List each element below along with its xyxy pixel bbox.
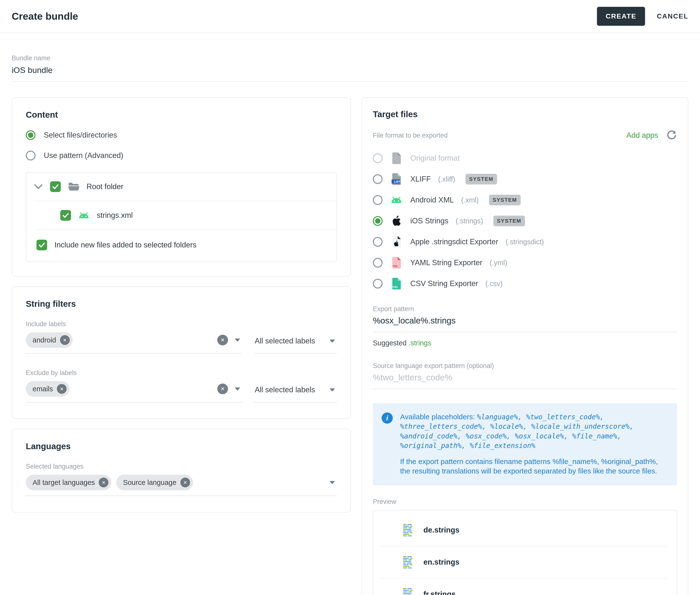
clear-field-icon[interactable]: ✕ (217, 384, 228, 394)
caret-down-icon[interactable] (330, 481, 335, 484)
file-tree: Root folder strings.xml Include new file… (26, 172, 337, 262)
selected-languages-field[interactable]: All target languages ✕ Source language ✕ (26, 475, 337, 496)
string-filters-card: String filters Include labels android ✕ … (12, 286, 351, 419)
content-title: Content (26, 110, 337, 120)
apple-icon (392, 216, 401, 226)
selected-languages-label: Selected languages (26, 463, 337, 470)
clear-field-icon[interactable]: ✕ (217, 335, 228, 345)
header: Create bundle CREATE CANCEL (0, 0, 700, 33)
suggested-pattern: Suggested .strings (373, 339, 677, 347)
exclude-match-select[interactable]: All selected labels (254, 381, 337, 402)
format-option-android-xml[interactable]: Android XML (.xml) SYSTEM (373, 190, 677, 210)
refresh-icon[interactable] (666, 130, 677, 141)
apple-stringsdict-file-icon (392, 236, 401, 248)
check-icon (52, 183, 59, 191)
remove-chip-icon[interactable]: ✕ (57, 384, 66, 394)
source-pattern-input[interactable] (373, 370, 677, 389)
strings-file-icon (403, 588, 414, 595)
radio-unselected-icon[interactable] (373, 279, 383, 288)
caret-down-icon (330, 340, 335, 343)
format-list: Original format XLIFF (.xliff) SYSTEM An… (373, 148, 677, 294)
strings-xml-checkbox[interactable] (60, 210, 71, 221)
format-option-xliff[interactable]: XLIFF (.xliff) SYSTEM (373, 169, 677, 190)
page-title: Create bundle (12, 11, 78, 22)
content-card: Content Select files/directories Use pat… (12, 97, 351, 277)
cancel-button[interactable]: CANCEL (657, 12, 688, 20)
include-labels-field[interactable]: android ✕ ✕ (26, 332, 242, 353)
exclude-labels-label: Exclude by labels (26, 369, 337, 377)
preview-file-row: fr.strings (373, 578, 677, 595)
chevron-down-icon[interactable] (34, 184, 43, 190)
folder-icon (68, 182, 79, 191)
language-chip-all-target: All target languages ✕ (26, 475, 111, 490)
include-labels-label: Include labels (26, 320, 337, 328)
preview-list: de.strings en.strings fr.strings (373, 510, 677, 595)
strings-xml-label: strings.xml (97, 211, 133, 220)
system-badge: SYSTEM (494, 216, 525, 226)
target-files-title: Target files (373, 109, 677, 119)
languages-title: Languages (26, 442, 337, 451)
caret-down-icon[interactable] (235, 339, 240, 342)
caret-down-icon[interactable] (235, 388, 240, 391)
radio-unselected-icon[interactable] (373, 237, 383, 247)
create-bundle-page: { "page": { "title": "Create bundle" }, … (0, 0, 700, 595)
check-icon (38, 241, 46, 249)
remove-chip-icon[interactable]: ✕ (180, 478, 190, 487)
bundle-name-input[interactable] (12, 62, 688, 82)
strings-file-icon (403, 556, 414, 569)
suggested-pattern-link[interactable]: .strings (409, 339, 431, 347)
exclude-labels-field[interactable]: emails ✕ ✕ (26, 381, 242, 402)
format-option-original[interactable]: Original format (373, 148, 677, 169)
android-icon (391, 197, 402, 203)
include-new-files-label: Include new files added to selected fold… (54, 240, 196, 249)
tree-row-root-folder[interactable]: Root folder (26, 173, 336, 201)
radio-unselected-icon[interactable] (26, 151, 35, 161)
android-file-icon (78, 212, 89, 219)
remove-chip-icon[interactable]: ✕ (60, 335, 70, 345)
string-filters-title: String filters (26, 299, 337, 309)
language-chip-source: Source language ✕ (116, 475, 193, 490)
radio-selected-icon[interactable] (373, 216, 383, 226)
format-option-yaml[interactable]: YAML String Exporter (.yml) (373, 252, 677, 273)
file-icon (392, 152, 401, 164)
root-folder-checkbox[interactable] (50, 181, 61, 192)
root-folder-label: Root folder (86, 182, 123, 191)
radio-selected-icon[interactable] (26, 130, 35, 140)
add-apps-link[interactable]: Add apps (626, 131, 658, 140)
tree-row-strings-xml[interactable]: strings.xml (26, 201, 336, 229)
option-select-files[interactable]: Select files/directories (26, 130, 337, 140)
export-pattern-label: Export pattern (373, 305, 677, 313)
include-new-files-checkbox[interactable] (36, 239, 47, 250)
format-option-ios-strings[interactable]: iOS Strings (.strings) SYSTEM (373, 210, 677, 231)
create-button[interactable]: CREATE (597, 7, 645, 26)
info-intro: Available placeholders: (400, 413, 475, 421)
radio-unselected-icon[interactable] (373, 195, 383, 205)
format-option-stringsdict[interactable]: Apple .stringsdict Exporter (.stringsdic… (373, 231, 677, 252)
preview-label: Preview (373, 498, 677, 506)
option-use-pattern-label: Use pattern (Advanced) (44, 151, 123, 160)
remove-chip-icon[interactable]: ✕ (99, 478, 108, 487)
system-badge: SYSTEM (466, 174, 497, 185)
radio-unselected-icon[interactable] (373, 174, 383, 184)
bundle-name-label: Bundle name (12, 54, 688, 62)
label-chip-emails: emails ✕ (26, 381, 69, 397)
file-format-label: File format to be exported (373, 132, 448, 139)
format-option-csv[interactable]: CSV String Exporter (.csv) (373, 273, 677, 294)
option-use-pattern[interactable]: Use pattern (Advanced) (26, 151, 337, 161)
preview-file-row: en.strings (373, 546, 677, 578)
info-icon: i (382, 413, 393, 424)
option-select-files-label: Select files/directories (44, 131, 117, 140)
source-pattern-label: Source language export pattern (optional… (373, 362, 677, 370)
yaml-file-icon (392, 257, 401, 268)
preview-file-row: de.strings (373, 514, 677, 546)
target-files-card: Target files File format to be exported … (362, 97, 688, 595)
csv-file-icon (392, 278, 401, 289)
include-match-select[interactable]: All selected labels (254, 332, 337, 353)
placeholders-info-box: i Available placeholders: %language%, %t… (373, 403, 677, 485)
xliff-file-icon (392, 173, 401, 185)
bundle-name-field-group: Bundle name (12, 54, 688, 82)
include-new-files-row[interactable]: Include new files added to selected fold… (26, 230, 336, 261)
radio-unselected-icon[interactable] (373, 258, 383, 267)
label-chip-android: android ✕ (26, 332, 73, 348)
export-pattern-input[interactable] (373, 313, 677, 332)
